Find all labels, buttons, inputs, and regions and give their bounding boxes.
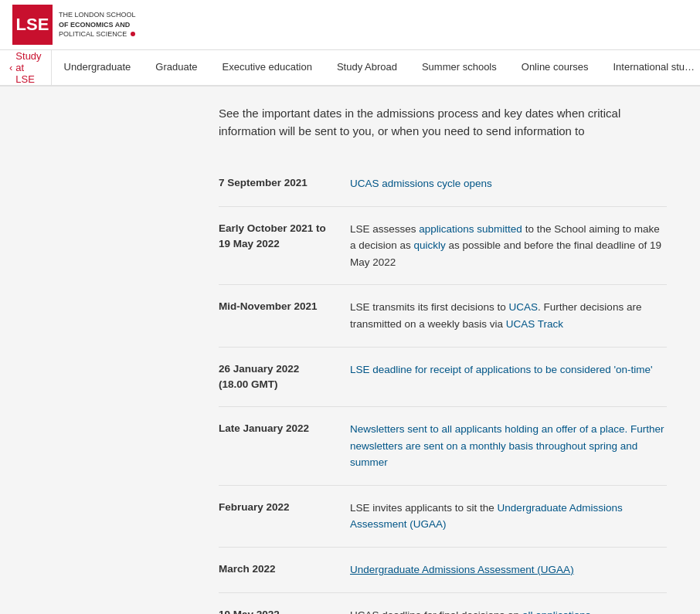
date-cell: Late January 2022: [219, 421, 335, 471]
nav-label: International stu…: [613, 61, 695, 73]
description-text: UCAS deadline for final decisions on: [350, 609, 522, 614]
header: LSE THE LONDON SCHOOL OF ECONOMICS AND P…: [0, 0, 700, 50]
nav-item-study-abroad[interactable]: Study Abroad: [325, 50, 409, 85]
nav-label: Study Abroad: [337, 61, 397, 73]
intro-paragraph: See the important dates in the admission…: [219, 107, 620, 137]
logo-dot: [131, 32, 135, 36]
description-link[interactable]: Undergraduate Admissions Assessment (UGA…: [350, 564, 574, 575]
date-label: 26 January 2022 (18.00 GMT): [219, 363, 299, 390]
description-cell: UCAS admissions cycle opens: [350, 175, 667, 192]
description-cell: Newsletters sent to all applicants holdi…: [350, 421, 667, 471]
date-cell: 26 January 2022 (18.00 GMT): [219, 361, 335, 393]
date-label: February 2022: [219, 501, 290, 513]
table-row: Late January 2022 Newsletters sent to al…: [219, 407, 667, 486]
description-cell: LSE transmits its first decisions to UCA…: [350, 299, 667, 332]
nav-label: Online courses: [522, 61, 589, 73]
nav-label: Executive education: [223, 61, 312, 73]
date-cell: 19 May 2022: [219, 607, 335, 614]
date-label: Mid-November 2021: [219, 300, 318, 312]
nav-label: Undergraduate: [64, 61, 131, 73]
description-link[interactable]: UCAS Track: [506, 318, 563, 330]
date-cell: Mid-November 2021: [219, 299, 335, 332]
table-row: 26 January 2022 (18.00 GMT) LSE deadline…: [219, 348, 667, 408]
nav-item-graduate[interactable]: Graduate: [143, 50, 209, 85]
intro-text: See the important dates in the admission…: [18, 105, 682, 140]
description-link[interactable]: applications submitted: [419, 223, 522, 235]
description-link[interactable]: all applications: [522, 609, 591, 614]
description-link[interactable]: Newsletters sent to all applicants holdi…: [350, 423, 664, 468]
table-row: 7 September 2021 UCAS admissions cycle o…: [219, 161, 667, 207]
nav-back-label: Study at LSE: [15, 50, 41, 85]
nav-back-button[interactable]: ‹ Study at LSE: [0, 50, 52, 85]
nav-label: Graduate: [155, 61, 197, 73]
description-link[interactable]: UCAS admissions cycle opens: [350, 178, 492, 189]
description-text: LSE invites applicants to sit the: [350, 502, 498, 514]
nav-label: Summer schools: [422, 61, 497, 73]
description-link[interactable]: UCAS: [509, 301, 539, 313]
chevron-left-icon: ‹: [9, 62, 12, 73]
description-cell: LSE deadline for receipt of applications…: [350, 361, 667, 393]
nav-item-online-courses[interactable]: Online courses: [509, 50, 601, 85]
org-name: THE LONDON SCHOOL OF ECONOMICS AND POLIT…: [59, 10, 136, 39]
main-nav: ‹ Study at LSE Undergraduate Graduate Ex…: [0, 50, 700, 87]
nav-item-executive[interactable]: Executive education: [210, 50, 325, 85]
date-label: 19 May 2022: [219, 609, 280, 614]
description-link[interactable]: LSE deadline for receipt of applications…: [350, 364, 653, 375]
main-content: See the important dates in the admission…: [0, 87, 700, 614]
date-label: March 2022: [219, 563, 276, 575]
table-row: Mid-November 2021 LSE transmits its firs…: [219, 285, 667, 347]
logo-container: LSE THE LONDON SCHOOL OF ECONOMICS AND P…: [12, 5, 136, 45]
nav-item-international[interactable]: International stu…: [600, 50, 700, 85]
nav-item-summer-schools[interactable]: Summer schools: [409, 50, 509, 85]
date-label: 7 September 2021: [219, 177, 308, 188]
description-cell: LSE invites applicants to sit the Underg…: [350, 500, 667, 533]
org-line1: THE LONDON SCHOOL: [59, 11, 136, 19]
lse-logo[interactable]: LSE: [12, 5, 53, 45]
dates-table: 7 September 2021 UCAS admissions cycle o…: [18, 161, 682, 614]
nav-item-undergraduate[interactable]: Undergraduate: [52, 50, 144, 85]
date-cell: February 2022: [219, 500, 335, 533]
description-cell: Undergraduate Admissions Assessment (UGA…: [350, 561, 667, 578]
org-line2: OF ECONOMICS AND: [59, 21, 130, 29]
description-cell: LSE assesses applications submitted to t…: [350, 221, 667, 271]
date-cell: 7 September 2021: [219, 175, 335, 192]
logo-text: LSE: [16, 15, 49, 35]
date-cell: Early October 2021 to 19 May 2022: [219, 221, 335, 271]
description-text: LSE assesses: [350, 223, 419, 235]
table-row: February 2022 LSE invites applicants to …: [219, 486, 667, 548]
description-link[interactable]: quickly: [414, 239, 446, 251]
date-label: Early October 2021 to 19 May 2022: [219, 222, 326, 249]
org-line3: POLITICAL SCIENCE: [59, 30, 127, 38]
date-label: Late January 2022: [219, 422, 309, 434]
table-row: 19 May 2022 UCAS deadline for final deci…: [219, 593, 667, 614]
table-row: Early October 2021 to 19 May 2022 LSE as…: [219, 207, 667, 286]
description-cell: UCAS deadline for final decisions on all…: [350, 607, 667, 614]
description-text: LSE transmits its first decisions to: [350, 301, 509, 313]
table-row: March 2022 Undergraduate Admissions Asse…: [219, 548, 667, 593]
date-cell: March 2022: [219, 561, 335, 578]
